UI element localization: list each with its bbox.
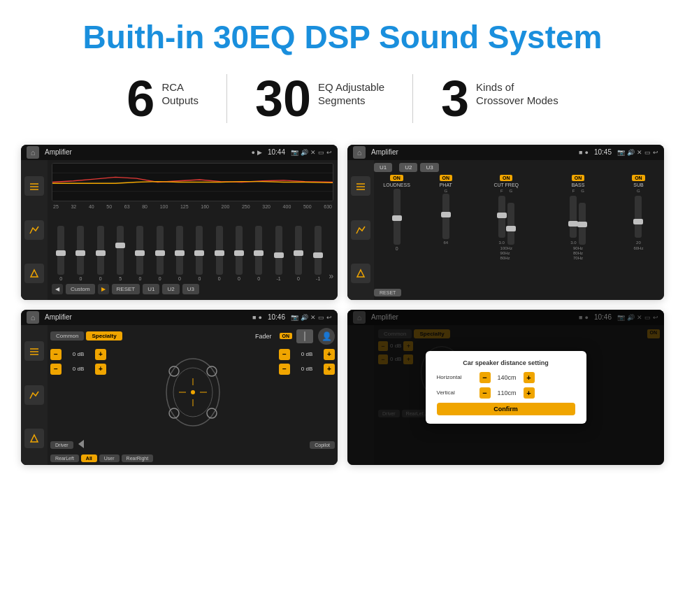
cross-plus-3[interactable]: + bbox=[324, 349, 335, 360]
dialog-horizontal-plus[interactable]: + bbox=[524, 372, 535, 383]
cross-minus-1[interactable]: − bbox=[50, 349, 62, 360]
sub-on[interactable]: ON bbox=[632, 175, 645, 181]
eq-slider-5[interactable]: 0 bbox=[151, 226, 169, 281]
eq-track-13[interactable] bbox=[315, 226, 322, 275]
cross-plus-4[interactable]: + bbox=[324, 364, 335, 375]
amp-u2-btn[interactable]: U2 bbox=[399, 163, 417, 172]
eq-slider-6[interactable]: 0 bbox=[171, 226, 189, 281]
back-icon-1[interactable]: ↩ bbox=[326, 149, 332, 156]
eq-slider-9[interactable]: 0 bbox=[230, 226, 248, 281]
eq-track-1[interactable] bbox=[77, 226, 84, 275]
bass-f-slider[interactable] bbox=[570, 196, 577, 238]
eq-track-7[interactable] bbox=[196, 226, 203, 275]
cross-sidebar-btn-2[interactable] bbox=[24, 385, 44, 405]
cross-tab-specialty[interactable]: Specialty bbox=[86, 331, 122, 341]
cross-tab-common[interactable]: Common bbox=[50, 331, 84, 341]
eq-track-6[interactable] bbox=[176, 226, 183, 275]
eq-slider-11[interactable]: -1 bbox=[269, 226, 287, 281]
eq-u1-btn[interactable]: U1 bbox=[143, 284, 159, 294]
home-icon-2[interactable] bbox=[353, 146, 366, 159]
dialog-confirm-button[interactable]: Confirm bbox=[437, 403, 575, 415]
cross-minus-3[interactable]: − bbox=[279, 349, 290, 360]
cross-person-icon: 👤 bbox=[322, 331, 332, 341]
amp-sidebar-btn-2[interactable] bbox=[351, 220, 370, 240]
cross-sidebar-btn-1[interactable] bbox=[24, 341, 44, 361]
eq-track-3[interactable] bbox=[117, 226, 124, 275]
cross-btn-user[interactable]: User bbox=[99, 454, 120, 462]
eq-sidebar-btn-3[interactable] bbox=[24, 264, 44, 283]
eq-sidebar-btn-2[interactable] bbox=[24, 220, 44, 240]
cross-sidebar-btn-3[interactable] bbox=[24, 429, 44, 448]
phat-on[interactable]: ON bbox=[440, 175, 453, 181]
cross-minus-4[interactable]: − bbox=[279, 364, 290, 375]
eq-slider-8[interactable]: 0 bbox=[210, 226, 229, 281]
eq-track-4[interactable] bbox=[136, 226, 143, 275]
eq-u3-btn[interactable]: U3 bbox=[182, 284, 199, 294]
eq-track-10[interactable] bbox=[255, 226, 262, 275]
amp-sidebar-btn-1[interactable] bbox=[351, 176, 370, 196]
eq-track-11[interactable] bbox=[275, 226, 282, 275]
cross-btn-all[interactable]: All bbox=[81, 454, 97, 462]
home-icon-3[interactable] bbox=[27, 311, 39, 324]
eq-reset-btn[interactable]: RESET bbox=[112, 284, 140, 294]
eq-slider-0[interactable]: 0 bbox=[52, 226, 70, 281]
cross-btn-rearleft[interactable]: RearLeft bbox=[50, 454, 79, 462]
back-icon-2[interactable]: ↩ bbox=[653, 149, 658, 156]
loudness-slider[interactable] bbox=[394, 189, 401, 245]
eq-track-9[interactable] bbox=[236, 226, 243, 275]
dialog-vertical-plus[interactable]: + bbox=[524, 387, 535, 399]
eq-slider-12[interactable]: 0 bbox=[289, 226, 308, 281]
amp-reset-btn[interactable]: RESET bbox=[374, 289, 401, 296]
eq-slider-3[interactable]: 5 bbox=[111, 226, 129, 281]
home-icon-1[interactable] bbox=[27, 146, 39, 159]
eq-u2-btn[interactable]: U2 bbox=[162, 284, 179, 294]
back-icon-3[interactable]: ↩ bbox=[326, 314, 332, 321]
eq-track-5[interactable] bbox=[157, 226, 164, 275]
dialog-horizontal-minus[interactable]: − bbox=[480, 372, 491, 383]
dialog-vertical-row: Vertical − 110cm + bbox=[437, 387, 575, 399]
amp-u1-btn[interactable]: U1 bbox=[374, 163, 392, 172]
amp-u3-btn[interactable]: U3 bbox=[420, 163, 438, 172]
eq-track-2[interactable] bbox=[97, 226, 104, 275]
eq-slider-10[interactable]: 0 bbox=[250, 226, 268, 281]
eq-prev-btn[interactable]: ◀ bbox=[52, 284, 63, 294]
cross-fader-slider[interactable] bbox=[296, 329, 313, 343]
status-bar-3: Amplifier ■ ● 10:46 📷 🔊 ✕ ▭ ↩ bbox=[21, 310, 338, 325]
cutfreq-f-slider[interactable] bbox=[498, 196, 505, 238]
sub-g-slider[interactable] bbox=[635, 196, 642, 238]
eq-sidebar-btn-1[interactable] bbox=[24, 176, 44, 196]
freq-32: 32 bbox=[71, 204, 76, 209]
dialog-horizontal-label: Horizontal bbox=[437, 374, 475, 380]
phat-g-slider[interactable] bbox=[442, 194, 449, 239]
eq-slider-2[interactable]: 0 bbox=[92, 226, 110, 281]
bass-g-slider[interactable] bbox=[579, 203, 586, 245]
eq-slider-4[interactable]: 0 bbox=[131, 226, 149, 281]
eq-track-0[interactable] bbox=[57, 226, 64, 275]
screen-crossover: Amplifier ■ ● 10:46 📷 🔊 ✕ ▭ ↩ bbox=[21, 310, 338, 465]
eq-slider-13[interactable]: -1 bbox=[309, 226, 327, 281]
eq-slider-1[interactable]: 0 bbox=[71, 226, 89, 281]
eq-val-13: -1 bbox=[316, 276, 320, 281]
cross-on-badge[interactable]: ON bbox=[280, 333, 293, 339]
cross-plus-2[interactable]: + bbox=[95, 364, 106, 375]
dot-icon-1: ● bbox=[252, 149, 255, 156]
cross-plus-1[interactable]: + bbox=[95, 349, 106, 360]
bass-on[interactable]: ON bbox=[572, 175, 585, 181]
cutfreq-80hz: 80Hz bbox=[500, 256, 512, 260]
eq-play-btn[interactable]: ▶ bbox=[98, 284, 109, 294]
cross-minus-2[interactable]: − bbox=[50, 364, 62, 375]
eq-slider-7[interactable]: 0 bbox=[190, 226, 208, 281]
eq-more-icon[interactable]: » bbox=[329, 271, 333, 281]
amp-sidebar-btn-3[interactable] bbox=[351, 264, 370, 283]
cross-btn-driver[interactable]: Driver bbox=[50, 441, 73, 449]
eq-track-12[interactable] bbox=[295, 226, 302, 275]
bass-label: BASS bbox=[572, 182, 585, 187]
cross-btn-rearright[interactable]: RearRight bbox=[122, 454, 154, 462]
dialog-vertical-minus[interactable]: − bbox=[480, 387, 491, 399]
cross-btn-copilot[interactable]: Copilot bbox=[310, 441, 335, 449]
cutfreq-on[interactable]: ON bbox=[500, 175, 513, 181]
eq-track-8[interactable] bbox=[216, 226, 223, 275]
loudness-on[interactable]: ON bbox=[390, 175, 403, 181]
eq-custom-btn[interactable]: Custom bbox=[66, 284, 95, 294]
cutfreq-g-slider[interactable] bbox=[507, 203, 514, 245]
